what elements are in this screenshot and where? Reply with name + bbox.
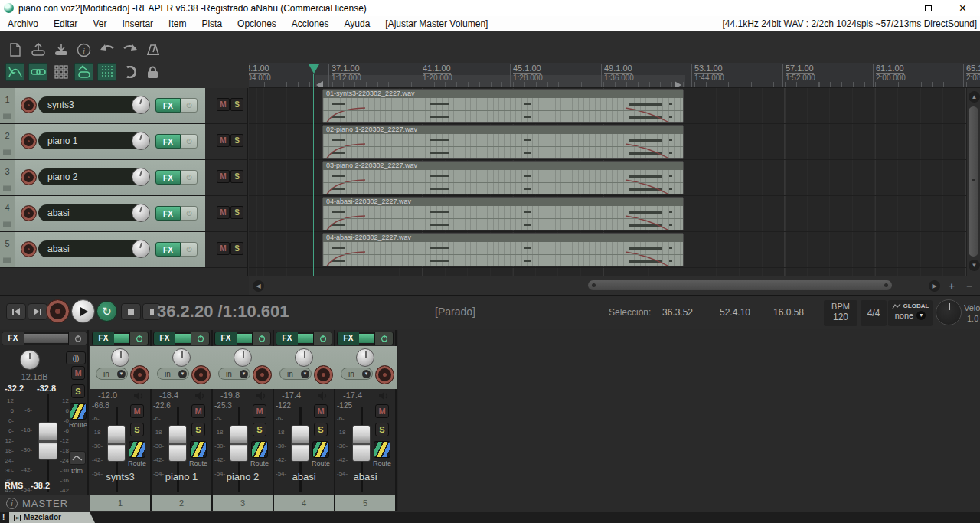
scroll-left-icon[interactable]: ◀ (253, 280, 264, 292)
master-volume-db[interactable]: -12.1dB (18, 372, 48, 381)
solo-button[interactable]: S (230, 242, 243, 255)
solo-button[interactable]: S (230, 98, 243, 111)
fx-bypass-button[interactable]: ⏻ (181, 206, 198, 221)
channel-mute-button[interactable]: M (191, 404, 205, 418)
playrate-knob[interactable] (936, 299, 962, 325)
master-solo-button[interactable]: S (71, 384, 85, 398)
channel-route-icon[interactable] (129, 441, 145, 458)
minimize-button[interactable] (877, 0, 911, 16)
channel-solo-button[interactable]: S (191, 423, 205, 436)
master-fader[interactable] (38, 422, 57, 460)
menu-item[interactable]: Opciones (230, 18, 284, 29)
item-grouping-icon[interactable] (28, 63, 47, 81)
lock-icon[interactable] (143, 63, 162, 81)
fx-bypass-button[interactable]: ⏻ (181, 242, 198, 257)
track-lane[interactable]: 02-piano 1-220302_2227.wav (249, 124, 980, 160)
fade-in-curve[interactable] (323, 178, 366, 194)
channel-number[interactable]: 4 (274, 495, 334, 511)
track-volume-knob[interactable] (132, 240, 150, 258)
track-lane[interactable]: 03-piano 2-220302_2227.wav (249, 160, 980, 196)
channel-name[interactable]: piano 2 (213, 471, 273, 482)
snap-icon[interactable] (120, 63, 139, 81)
master-pan-knob[interactable] (20, 350, 40, 370)
channel-name[interactable]: piano 1 (152, 471, 211, 482)
mute-button[interactable]: M (217, 206, 230, 219)
chevron-down-icon[interactable]: ▼ (362, 370, 371, 378)
fade-in-curve[interactable] (323, 250, 366, 266)
fade-out-curve[interactable] (625, 214, 683, 230)
envelope-attach-icon[interactable] (74, 63, 93, 81)
fade-out-curve[interactable] (625, 250, 683, 266)
channel-pan-knob[interactable] (356, 348, 374, 367)
media-item[interactable]: 04-abasi-220302_2227.wav (322, 197, 684, 230)
channel-route-icon[interactable] (374, 441, 390, 458)
folder-icon[interactable] (3, 186, 11, 191)
record-arm-button[interactable] (191, 365, 211, 384)
repeat-button[interactable]: ↻ (96, 301, 117, 322)
fx-button[interactable]: FX (155, 134, 181, 149)
channel-mute-button[interactable]: M (253, 404, 266, 418)
menu-item[interactable]: Pista (194, 18, 230, 29)
fx-button[interactable]: FX (155, 242, 181, 257)
track-name-field[interactable]: piano 1 (38, 132, 144, 149)
channel-solo-button[interactable]: S (130, 423, 144, 436)
input-selector[interactable]: in▼ (279, 368, 312, 380)
master-trim-icon[interactable] (69, 451, 86, 465)
channel-fader[interactable] (230, 425, 248, 462)
zoom-in-icon[interactable]: + (946, 280, 958, 293)
master-label[interactable]: MASTER (0, 498, 90, 509)
chevron-down-icon[interactable]: ▼ (240, 370, 248, 378)
media-item[interactable]: 04-abasi-220302_2227.wav (322, 233, 684, 266)
fade-in-curve[interactable] (323, 142, 366, 159)
ripple-edit-icon[interactable] (51, 63, 70, 81)
menu-item[interactable]: Archivo (0, 18, 46, 29)
channel-name[interactable]: abasi (335, 471, 395, 482)
chevron-down-icon[interactable]: ▼ (117, 370, 126, 378)
mute-button[interactable]: M (217, 170, 230, 183)
global-value[interactable]: none (895, 311, 913, 320)
track-volume-knob[interactable] (132, 168, 150, 186)
media-item[interactable]: 01-synts3-220302_2227.wav (322, 89, 684, 123)
speaker-icon[interactable] (256, 391, 266, 400)
stop-button[interactable] (121, 303, 141, 320)
channel-number[interactable]: 1 (90, 495, 150, 511)
go-to-start-button[interactable] (6, 303, 26, 320)
fx-bypass-button[interactable]: ⏻ (181, 98, 198, 113)
playback-position[interactable]: 36.2.20 /1:10.601 (157, 302, 289, 322)
fade-out-curve[interactable] (625, 106, 683, 123)
fade-in-curve[interactable] (323, 106, 366, 123)
master-volume-action[interactable]: [Ajustar Master Volumen] (377, 18, 495, 29)
track-control-panel[interactable]: synts3 FX ⏻ (15, 88, 205, 123)
solo-button[interactable]: S (230, 170, 243, 183)
fade-out-curve[interactable] (625, 178, 683, 194)
fx-button[interactable]: FX (155, 170, 181, 185)
solo-button[interactable]: S (230, 134, 243, 147)
close-tab-icon[interactable]: × (14, 515, 21, 521)
media-item[interactable]: 03-piano 2-220302_2227.wav (322, 161, 684, 194)
fade-out-curve[interactable] (625, 142, 683, 159)
menu-item[interactable]: Editar (46, 18, 85, 29)
channel-pan-knob[interactable] (111, 348, 129, 367)
speaker-icon[interactable] (378, 391, 389, 400)
speaker-icon[interactable] (317, 391, 328, 400)
alert-indicator[interactable]: ! (2, 513, 5, 521)
channel-name[interactable]: abasi (274, 471, 334, 482)
timeline-ruler[interactable]: 33.1.00 1:04.000 37.1.00 1:12.000 41.1.0… (249, 63, 980, 88)
chevron-down-icon[interactable]: ▼ (178, 370, 187, 378)
redo-icon[interactable] (120, 41, 139, 59)
fx-button[interactable]: FX (155, 206, 181, 221)
channel-number[interactable]: 5 (335, 495, 395, 511)
vertical-scrollbar[interactable]: ▲ ▼ (966, 88, 980, 276)
auto-crossfade-icon[interactable] (5, 63, 24, 81)
new-project-icon[interactable] (5, 41, 24, 59)
zoom-out-icon[interactable]: − (963, 280, 975, 293)
vertical-scroll-thumb[interactable] (969, 106, 978, 257)
menu-item[interactable]: Ayuda (337, 18, 378, 29)
mute-button[interactable]: M (217, 98, 230, 111)
record-arm-button[interactable] (253, 365, 272, 384)
channel-number[interactable]: 3 (213, 495, 273, 511)
channel-volume-db[interactable]: -18.4 (159, 391, 178, 400)
speaker-icon[interactable] (194, 391, 205, 400)
maximize-button[interactable] (911, 0, 946, 16)
channel-fader[interactable] (291, 425, 309, 462)
